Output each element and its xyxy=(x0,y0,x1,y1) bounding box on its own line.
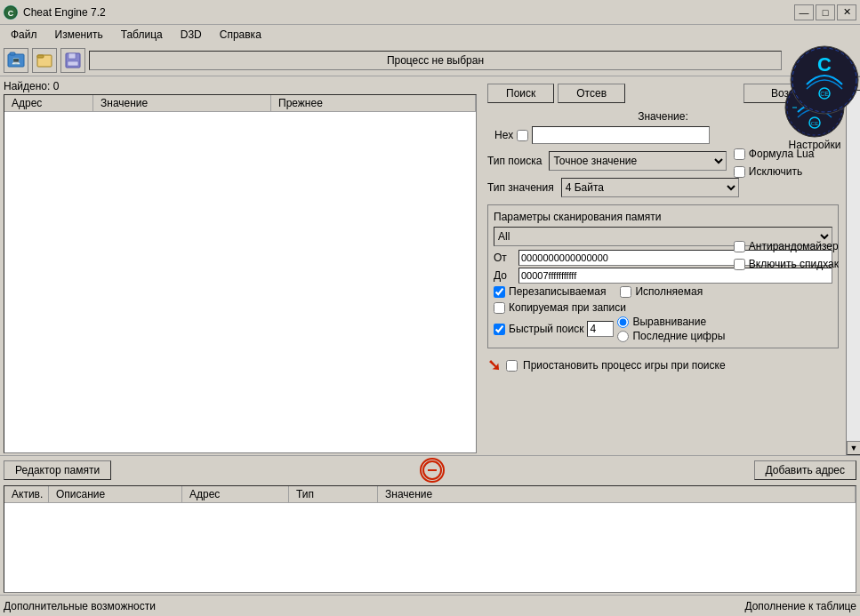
maximize-button[interactable]: □ xyxy=(816,4,835,20)
svg-rect-3 xyxy=(10,52,15,55)
close-button[interactable]: ✕ xyxy=(837,4,856,20)
lua-formula-checkbox[interactable] xyxy=(734,148,745,160)
hex-checkbox[interactable] xyxy=(517,130,528,141)
last-digits-radio[interactable] xyxy=(617,331,629,342)
writable-checkbox[interactable] xyxy=(494,286,505,298)
executable-label: Исполняемая xyxy=(635,285,703,298)
open-file-button[interactable] xyxy=(32,48,57,73)
right-panel: C CE Настройки Поиск Отсев xyxy=(480,76,846,455)
table-body xyxy=(4,112,476,379)
minimize-button[interactable]: — xyxy=(794,4,814,20)
right-checkboxes: Формула Lua Исключить Антирандомайзер Вк… xyxy=(734,148,839,272)
value-input[interactable] xyxy=(532,126,710,144)
no-icon xyxy=(420,458,445,483)
cheat-table-header: Актив. Описание Адрес Тип Значение xyxy=(4,486,856,503)
left-panel: Найдено: 0 Адрес Значение Прежнее xyxy=(0,76,480,455)
toolbar: 💻 Процесс не выбран C xyxy=(0,44,860,76)
search-type-label: Тип поиска xyxy=(487,155,542,167)
red-arrow-icon: ➘ xyxy=(487,356,501,375)
cheat-col-description: Описание xyxy=(49,486,182,502)
cheat-col-type: Тип xyxy=(289,486,378,502)
svg-rect-6 xyxy=(37,55,44,58)
scroll-down-button[interactable]: ▼ xyxy=(847,441,860,455)
antirandom-label: Антирандомайзер xyxy=(749,240,839,252)
col-header-value: Значение xyxy=(93,95,271,111)
menu-bar: Файл Изменить Таблица D3D Справка xyxy=(0,25,860,44)
app-icon: C xyxy=(4,5,18,20)
from-label: От xyxy=(494,252,515,264)
title-buttons: — □ ✕ xyxy=(794,4,856,20)
svg-text:CE: CE xyxy=(811,121,818,126)
speedhack-checkbox[interactable] xyxy=(734,259,745,270)
menu-help[interactable]: Справка xyxy=(213,28,269,42)
pause-row: ➘ Приостановить процесс игры при поиске xyxy=(487,356,839,375)
right-scrollbar[interactable]: ▲ ▼ xyxy=(846,76,860,455)
fast-search-row: Быстрый поиск Выравнивание Последние циф… xyxy=(494,316,832,342)
svg-text:C: C xyxy=(8,9,14,18)
menu-file[interactable]: Файл xyxy=(4,28,44,42)
writable-label: Перезаписываемая xyxy=(509,285,606,298)
cheat-col-address: Адрес xyxy=(182,486,289,502)
fast-search-checkbox[interactable] xyxy=(494,324,505,335)
executable-check-row: Исполняемая xyxy=(620,285,703,298)
found-label: Найдено: 0 xyxy=(4,78,477,94)
pause-checkbox[interactable] xyxy=(506,360,518,372)
title-bar: C Cheat Engine 7.2 — □ ✕ xyxy=(0,0,860,25)
speedhack-label: Включить спидхак xyxy=(749,258,839,270)
filter-button[interactable]: Отсев xyxy=(558,84,625,103)
exclude-label: Исключить xyxy=(749,165,802,178)
value-type-label: Тип значения xyxy=(487,181,554,194)
align-radio-row: Выравнивание xyxy=(617,316,725,328)
save-button[interactable] xyxy=(60,48,85,73)
value-type-select[interactable]: 4 Байта xyxy=(561,178,739,197)
align-radio[interactable] xyxy=(617,316,629,328)
status-bar: Дополнительные возможности Дополнение к … xyxy=(0,595,860,616)
settings-label[interactable]: Настройки xyxy=(789,139,841,151)
antirandom-row: Антирандомайзер xyxy=(734,240,839,252)
copyable-label: Копируемая при записи xyxy=(509,301,626,314)
menu-d3d[interactable]: D3D xyxy=(173,28,209,42)
antirandom-checkbox[interactable] xyxy=(734,241,745,252)
fast-search-input[interactable] xyxy=(587,321,614,337)
pause-label: Приостановить процесс игры при поиске xyxy=(523,359,726,372)
executable-checkbox[interactable] xyxy=(620,286,631,298)
scroll-track[interactable] xyxy=(847,91,860,441)
align-radio-group: Выравнивание Последние цифры xyxy=(617,316,725,342)
last-digits-label: Последние цифры xyxy=(632,330,725,342)
writable-check-row: Перезаписываемая xyxy=(494,285,606,298)
cheat-col-active: Актив. xyxy=(4,486,49,502)
title-text: Cheat Engine 7.2 xyxy=(23,6,106,19)
menu-table[interactable]: Таблица xyxy=(114,28,170,42)
search-button[interactable]: Поиск xyxy=(487,84,554,103)
process-bar[interactable]: Процесс не выбран xyxy=(89,51,782,70)
menu-edit[interactable]: Изменить xyxy=(48,28,110,42)
cheat-table-body xyxy=(4,503,856,592)
status-right[interactable]: Дополнение к таблице xyxy=(744,600,856,612)
cheat-col-value: Значение xyxy=(378,486,856,502)
search-type-select[interactable]: Точное значение xyxy=(549,151,727,171)
add-address-button[interactable]: Добавить адрес xyxy=(754,460,856,480)
open-process-button[interactable]: 💻 xyxy=(4,48,28,73)
copyable-checkbox[interactable] xyxy=(494,302,505,314)
col-header-address: Адрес xyxy=(4,95,93,111)
status-left[interactable]: Дополнительные возможности xyxy=(4,600,156,612)
value-label: Значение: xyxy=(638,110,688,123)
memory-type-checks: Перезаписываемая Исполняемая xyxy=(494,285,832,300)
memory-editor-button[interactable]: Редактор памяти xyxy=(4,460,111,480)
bottom-toolbar: Редактор памяти Добавить адрес xyxy=(0,455,860,484)
last-digits-radio-row: Последние цифры xyxy=(617,330,725,342)
ce-logo: C CE xyxy=(789,44,860,116)
svg-text:C: C xyxy=(817,53,832,76)
cheat-table: Актив. Описание Адрес Тип Значение xyxy=(4,485,856,593)
title-left: C Cheat Engine 7.2 xyxy=(4,5,106,20)
col-header-previous: Прежнее xyxy=(271,95,476,111)
hex-label: Hex xyxy=(494,129,513,141)
main-content: Найдено: 0 Адрес Значение Прежнее C xyxy=(0,76,860,616)
speedhack-row: Включить спидхак xyxy=(734,258,839,270)
middle-section: Найдено: 0 Адрес Значение Прежнее C xyxy=(0,76,860,455)
address-table[interactable]: Адрес Значение Прежнее xyxy=(4,94,477,453)
table-header: Адрес Значение Прежнее xyxy=(4,95,476,112)
svg-text:CE: CE xyxy=(820,91,829,97)
exclude-row: Исключить xyxy=(734,165,839,178)
exclude-checkbox[interactable] xyxy=(734,166,745,178)
